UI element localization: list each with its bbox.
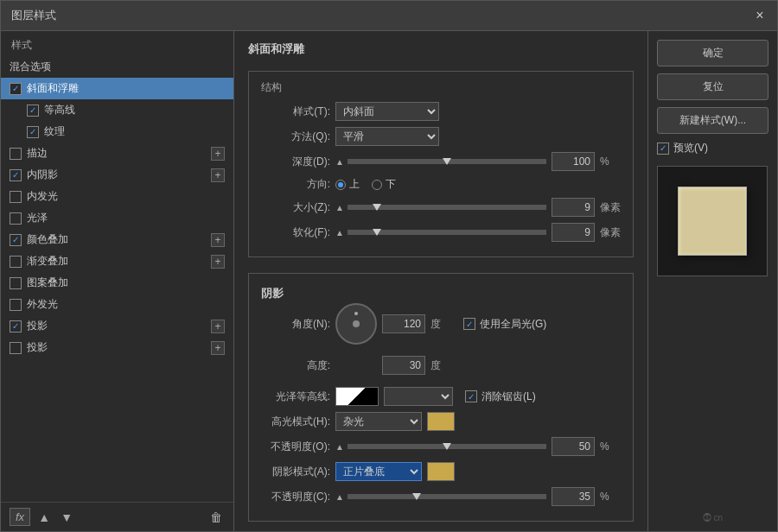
highlight-color-swatch[interactable]: [427, 412, 455, 431]
stroke-add-button[interactable]: +: [211, 147, 225, 161]
sidebar-item-bevel[interactable]: 斜面和浮雕: [1, 78, 233, 99]
highlight-opacity-input[interactable]: [552, 437, 595, 456]
sidebar-item-drop-shadow2[interactable]: 投影 +: [1, 337, 233, 358]
global-light-row: 使用全局光(G): [463, 317, 546, 332]
effects-list: 斜面和浮雕 等高线 纹理 描边 +: [1, 78, 233, 502]
altitude-input[interactable]: [382, 356, 425, 375]
ok-button[interactable]: 确定: [657, 40, 768, 66]
depth-input[interactable]: [552, 152, 595, 171]
inner-shadow-add-button[interactable]: +: [211, 168, 225, 182]
shadow-opacity-unit: %: [600, 491, 621, 503]
sidebar-item-pattern-overlay[interactable]: 图案叠加: [1, 272, 233, 294]
bevel-checkbox[interactable]: [10, 83, 22, 95]
method-select[interactable]: 平滑 雕刻清晰: [335, 127, 439, 146]
contour-checkbox[interactable]: [27, 104, 39, 117]
shadow-opacity-slider-container: ▲: [335, 492, 546, 502]
sidebar-item-gradient-overlay[interactable]: 渐变叠加 +: [1, 250, 233, 272]
shadow-color-swatch[interactable]: [427, 462, 455, 481]
anti-alias-label: 消除锯齿(L): [481, 390, 536, 404]
direction-up-option[interactable]: 上: [335, 177, 360, 192]
sidebar-item-satin[interactable]: 光泽: [1, 207, 233, 229]
angle-input[interactable]: [382, 314, 425, 333]
drop-shadow2-checkbox[interactable]: [10, 342, 22, 354]
angle-label: 角度(N):: [261, 317, 330, 332]
global-light-checkbox[interactable]: [463, 318, 475, 330]
anti-alias-checkbox[interactable]: [465, 390, 477, 402]
inner-glow-checkbox[interactable]: [10, 191, 22, 203]
shadow-mode-select[interactable]: 正片叠底 正常: [335, 462, 422, 481]
pattern-overlay-checkbox[interactable]: [10, 277, 22, 289]
preview-row: 预览(V): [657, 141, 768, 155]
gradient-overlay-checkbox[interactable]: [10, 256, 22, 268]
left-footer: fx ▲ ▼ 🗑: [1, 502, 233, 531]
fx-button[interactable]: fx: [10, 508, 30, 526]
outer-glow-checkbox[interactable]: [10, 299, 22, 311]
dialog-body: 样式 混合选项 斜面和浮雕 等高线 纹理: [1, 31, 777, 531]
size-slider[interactable]: [348, 205, 546, 210]
move-down-button[interactable]: ▼: [58, 509, 75, 526]
color-overlay-checkbox[interactable]: [10, 234, 22, 246]
shadow-opacity-slider[interactable]: [348, 494, 546, 499]
stroke-label: 描边: [27, 146, 211, 161]
delete-button[interactable]: 🗑: [207, 509, 225, 526]
blend-options-label: 混合选项: [1, 56, 233, 78]
soften-input[interactable]: [552, 223, 595, 242]
satin-checkbox[interactable]: [10, 212, 22, 225]
drop-shadow1-add-button[interactable]: +: [211, 320, 225, 333]
direction-label: 方向:: [261, 177, 330, 192]
close-button[interactable]: ×: [753, 9, 767, 22]
shadow-opacity-input[interactable]: [552, 487, 595, 506]
shadow-mode-row: 阴影模式(A): 正片叠底 正常: [261, 462, 621, 481]
sidebar-item-stroke[interactable]: 描边 +: [1, 142, 233, 164]
depth-slider[interactable]: [348, 159, 546, 164]
dialog-title: 图层样式: [11, 8, 56, 23]
sidebar-item-contour[interactable]: 等高线: [1, 99, 233, 121]
direction-row: 方向: 上 下: [261, 177, 621, 192]
sidebar-item-texture[interactable]: 纹理: [1, 121, 233, 142]
soften-unit: 像素: [600, 225, 621, 240]
size-input[interactable]: [552, 198, 595, 217]
gloss-contour-select[interactable]: [384, 387, 453, 406]
shadow-mode-label: 阴影模式(A):: [261, 465, 330, 479]
color-overlay-add-button[interactable]: +: [211, 233, 225, 247]
stroke-checkbox[interactable]: [10, 148, 22, 160]
size-slider-container: ▲: [335, 203, 546, 212]
gloss-contour-row: 光泽等高线: 消除锯齿(L): [261, 387, 621, 406]
size-label: 大小(Z):: [261, 200, 330, 215]
direction-up-radio[interactable]: [335, 180, 346, 190]
move-up-button[interactable]: ▲: [35, 509, 53, 526]
method-label: 方法(Q):: [261, 130, 330, 144]
left-panel: 样式 混合选项 斜面和浮雕 等高线 纹理: [1, 31, 234, 531]
color-overlay-label: 颜色叠加: [27, 232, 211, 247]
gloss-contour-label: 光泽等高线:: [261, 390, 330, 404]
inner-shadow-checkbox[interactable]: [10, 169, 22, 181]
highlight-opacity-row: 不透明度(O): ▲ %: [261, 437, 621, 456]
soften-row: 软化(F): ▲ 像素: [261, 223, 621, 242]
direction-down-option[interactable]: 下: [372, 177, 396, 192]
sidebar-item-drop-shadow1[interactable]: 投影 +: [1, 315, 233, 337]
preview-checkbox[interactable]: [657, 142, 669, 155]
highlight-opacity-slider[interactable]: [348, 444, 546, 449]
sidebar-item-color-overlay[interactable]: 颜色叠加 +: [1, 229, 233, 250]
new-style-button[interactable]: 新建样式(W)...: [657, 107, 768, 134]
drop-shadow2-add-button[interactable]: +: [211, 341, 225, 355]
gloss-contour-preview[interactable]: [335, 387, 379, 406]
soften-slider[interactable]: [348, 230, 546, 235]
right-panel: 确定 复位 新建样式(W)... 预览(V) ⓵ cn: [647, 31, 777, 531]
reset-button[interactable]: 复位: [657, 73, 768, 100]
sidebar-item-inner-shadow[interactable]: 内阴影 +: [1, 164, 233, 186]
angle-row: 角度(N): 度 使用全局光(G): [261, 303, 621, 381]
direction-down-radio[interactable]: [372, 180, 382, 190]
highlight-opacity-label: 不透明度(O):: [261, 440, 330, 454]
dial-center: [353, 320, 360, 327]
gradient-overlay-add-button[interactable]: +: [211, 255, 225, 269]
soften-label: 软化(F):: [261, 225, 330, 240]
sidebar-item-outer-glow[interactable]: 外发光: [1, 294, 233, 315]
texture-checkbox[interactable]: [27, 126, 39, 138]
style-select[interactable]: 内斜面 外斜面 浮雕效果: [335, 102, 439, 121]
sidebar-item-inner-glow[interactable]: 内发光: [1, 186, 233, 207]
highlight-mode-select[interactable]: 杂光 正常 溶解: [335, 412, 422, 431]
direction-up-label: 上: [349, 177, 360, 192]
angle-dial[interactable]: [335, 303, 377, 345]
drop-shadow1-checkbox[interactable]: [10, 320, 22, 332]
